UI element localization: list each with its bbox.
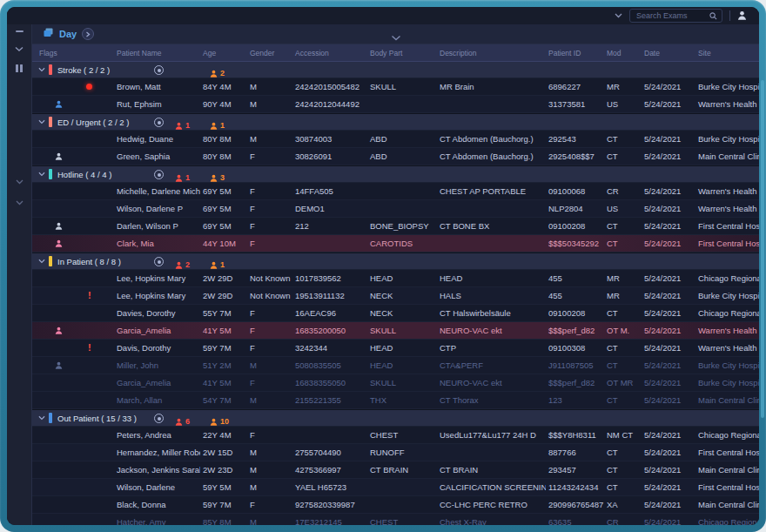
cell-date: 5/24/2021 — [642, 152, 695, 161]
patient-row[interactable]: Hernandez, Miller Robert2W 15DM275570449… — [32, 444, 759, 461]
patient-row[interactable]: !Lee, Hopkins Mary2W 29DNot Known1951391… — [32, 287, 759, 305]
patient-row[interactable]: Hedwig, Duane80Y 8MM30874003ABDCT Abdome… — [32, 131, 759, 148]
patient-row[interactable]: Hatcher, Amy85Y 8MM17E3212145CHESTChest … — [32, 514, 759, 525]
patient-row[interactable]: Garcia_Amelia41Y 5MF16835200050SKULLNEUR… — [32, 322, 759, 340]
group-header[interactable]: Stroke ( 2 / 2 )2 — [32, 62, 759, 78]
patient-row[interactable]: Darlen, Wilson P69Y 5MF212BONE_BIOPSYCT … — [32, 218, 759, 235]
group-settings-icon[interactable] — [154, 414, 164, 423]
column-header-cell[interactable]: Patient ID — [546, 49, 604, 57]
cell-gender: F — [247, 308, 292, 318]
sidebar — [7, 24, 32, 525]
minimize-icon[interactable] — [16, 30, 24, 32]
cell-name: Michelle, Darlene Michelle — [114, 186, 200, 196]
column-header-cell[interactable]: Age — [200, 49, 247, 57]
patient-row[interactable]: Clark, Mia44Y 10MFCAROTIDS$$$50345292CT5… — [32, 235, 759, 253]
cell-name: Black, Donna — [114, 500, 200, 509]
row-flags-cell: ! — [32, 340, 114, 356]
patient-row[interactable]: Black, Donna59Y 7MF9275820339987CC-LHC P… — [32, 496, 759, 514]
chevron-down-icon[interactable] — [38, 119, 45, 125]
cell-description: CT Thorax — [437, 395, 546, 405]
chevron-down-icon[interactable] — [38, 259, 45, 264]
sidebar-chevron-down-icon[interactable] — [15, 46, 24, 52]
chevron-down-icon[interactable] — [615, 13, 622, 18]
column-header-cell[interactable]: Mod — [604, 49, 642, 57]
column-header-cell[interactable]: Patient Name — [114, 49, 200, 57]
patient-row[interactable]: Garcia_Amelia41Y 5MF16838355050SKULLNEUR… — [32, 374, 759, 392]
group-header[interactable]: Out Patient ( 15 / 33 )610 — [32, 410, 759, 427]
column-header-cell[interactable]: Site — [695, 49, 759, 57]
cell-gender: M — [247, 465, 292, 475]
patient-row[interactable]: Rut, Ephsim90Y 4MM2424201204449231373581… — [32, 96, 759, 113]
patient-row[interactable]: Miller, John51Y 2MM5080835505HEADCTA&PER… — [32, 357, 759, 374]
row-flags-cell — [32, 514, 114, 525]
cell-description: CT Halswirbelsäule — [437, 308, 546, 318]
column-header-cell[interactable]: Gender — [247, 49, 292, 57]
cell-date: 5/24/2021 — [642, 465, 695, 475]
group-settings-icon[interactable] — [154, 118, 164, 127]
group-header[interactable]: ED / Urgent ( 2 / 2 )11 — [32, 114, 759, 131]
patient-row[interactable]: Lee, Hopkins Mary2W 29DNot Known10178395… — [32, 270, 759, 287]
row-flags-cell — [32, 131, 114, 147]
patient-row[interactable]: Wilson, Darlene59Y 5MMYAEL H65723CALCIFI… — [32, 479, 759, 496]
patient-row[interactable]: Davies, Dorothy55Y 7MF16AEAC96NECKCT Hal… — [32, 305, 759, 322]
view-selector[interactable]: Day — [59, 29, 77, 39]
column-header-cell[interactable]: Accession — [292, 49, 367, 57]
cell-mod: OT M. — [604, 326, 642, 335]
column-header-cell[interactable]: Flags — [32, 49, 114, 57]
cell-body-part: NECK — [367, 308, 437, 318]
group-settings-icon[interactable] — [154, 65, 164, 75]
red-flag-icon — [175, 170, 183, 185]
orange-flag-icon — [210, 170, 218, 185]
cell-age: 69Y 5M — [200, 204, 247, 213]
cell-date: 5/24/2021 — [642, 291, 695, 300]
column-header-cell[interactable]: Description — [437, 49, 546, 57]
worklist-body: Stroke ( 2 / 2 )2Brown, Matt84Y 4MM24242… — [32, 62, 759, 525]
patient-row[interactable]: Green, Saphia80Y 8MF30826091ABDCT Abdome… — [32, 148, 759, 165]
cell-name: Peters, Andrea — [114, 430, 200, 440]
cell-patient-id: NLP2804 — [546, 204, 604, 213]
user-icon[interactable] — [737, 8, 747, 24]
worklist-group: ED / Urgent ( 2 / 2 )11Hedwig, Duane80Y … — [32, 114, 759, 165]
cell-name: Wilson, Darlene — [114, 482, 200, 492]
patient-row[interactable]: Peters, Andrea22Y 4MFCHESTUsedLu177&Lu17… — [32, 427, 759, 444]
cell-accession: 212 — [292, 221, 367, 231]
column-header-cell[interactable]: Body Part — [367, 49, 437, 57]
group-header[interactable]: Hotline ( 4 / 4 )13 — [32, 166, 759, 183]
search-field[interactable] — [635, 10, 706, 22]
row-flags-cell — [32, 200, 114, 217]
patient-row[interactable]: Michelle, Darlene Michelle69Y 5MF14FFA50… — [32, 183, 759, 200]
group-settings-icon[interactable] — [154, 170, 164, 179]
cell-mod: NM CT — [604, 430, 642, 440]
cell-mod: XA — [604, 500, 642, 509]
cell-gender: M — [247, 517, 292, 525]
search-input[interactable] — [629, 9, 722, 23]
layout-grid-icon[interactable] — [16, 64, 23, 72]
chevron-down-icon[interactable] — [38, 415, 45, 421]
column-header-cell[interactable]: Date — [642, 49, 695, 57]
group-color-bar — [49, 256, 52, 266]
patient-row[interactable]: !Davis, Dorothy59Y 7MF3242344HEADCTP0910… — [32, 340, 759, 357]
cell-body-part: CAROTIDS — [367, 239, 437, 248]
cell-accession: DEMO1 — [292, 204, 367, 213]
cell-date: 5/24/2021 — [642, 204, 695, 213]
cell-date: 5/24/2021 — [642, 186, 695, 196]
scroll-up-chevron-icon[interactable] — [7, 179, 31, 185]
group-header[interactable]: In Patient ( 8 / 8 )21 — [32, 253, 759, 270]
cell-mod: CT — [604, 308, 642, 318]
group-settings-icon[interactable] — [154, 257, 164, 266]
patient-row[interactable]: Jackson, Jenkins Sarah2W 23DM4275366997C… — [32, 461, 759, 479]
cell-age: 59Y 7M — [200, 343, 247, 353]
patient-row[interactable]: Wilson, Darlene P69Y 5MFDEMO1NLP2804US5/… — [32, 200, 759, 218]
cell-description: UsedLu177&Lu177 24H D — [437, 430, 546, 440]
collapse-chevron-icon[interactable] — [391, 29, 400, 44]
patient-row[interactable]: Brown, Matt84Y 4MM24242015005482SKULLMR … — [32, 78, 759, 96]
vertical-scrollbar[interactable] — [761, 80, 764, 418]
scroll-down-chevron-icon[interactable] — [7, 200, 31, 205]
expand-circle-icon[interactable] — [82, 28, 94, 40]
cell-patient-id: 2925408$$7 — [546, 152, 604, 161]
cell-site: Burke City Hospital — [695, 360, 759, 370]
cell-description: Chest X-Ray — [437, 517, 546, 525]
chevron-down-icon[interactable] — [38, 172, 45, 177]
chevron-down-icon[interactable] — [38, 67, 45, 72]
patient-row[interactable]: March, Allan54Y 7MM2155221355THXCT Thora… — [32, 392, 759, 409]
